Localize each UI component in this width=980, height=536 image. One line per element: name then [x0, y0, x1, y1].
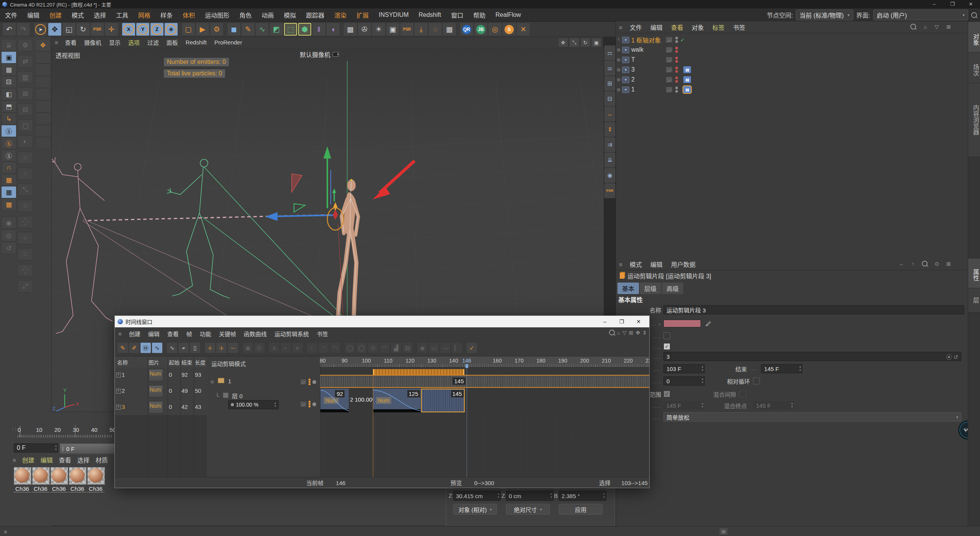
render-settings-icon[interactable]: ⚙ [210, 23, 224, 36]
object-row-3[interactable]: ⊞●3▮▮ [616, 65, 968, 74]
solo-circle[interactable] [312, 402, 316, 406]
palette-icon-c1-4[interactable]: ◧ [1, 88, 16, 100]
menu-item-编辑[interactable]: 编辑 [22, 10, 44, 20]
mat-menu-选择[interactable]: 选择 [74, 455, 93, 464]
layer-weight-field[interactable]: 100.00 %▴▾ [228, 400, 279, 409]
option-checkbox-off[interactable] [663, 332, 670, 339]
menu-item-渲染[interactable]: 渲染 [329, 10, 351, 20]
am-icon-2[interactable] [920, 261, 929, 268]
menu-item-模式[interactable]: 模式 [67, 10, 89, 20]
material-thumb-0[interactable] [14, 467, 31, 485]
menu-item-扩展[interactable]: 扩展 [351, 10, 374, 20]
enable-dots[interactable] [675, 87, 678, 93]
menu-item-窗口[interactable]: 窗口 [446, 10, 468, 20]
lock-z-icon[interactable]: Z [150, 23, 164, 36]
tl-tool-31[interactable]: ◉ [417, 342, 428, 353]
visibility-toggle[interactable] [300, 401, 307, 407]
mat-menu-查看[interactable]: 查看 [56, 455, 74, 464]
tl-menu-icon-5[interactable]: ⇕ [642, 330, 647, 337]
live-selection-icon[interactable]: ➤ [34, 23, 47, 36]
am-icon-3[interactable]: ⊙ [933, 261, 941, 268]
menu-item-工具[interactable]: 工具 [111, 10, 133, 20]
node-icon-0[interactable]: ⚎ [604, 45, 616, 60]
render-view-icon[interactable]: ▢ [181, 23, 195, 36]
mat-menu-编辑[interactable]: 编辑 [38, 455, 56, 464]
node-icon-9[interactable]: PSR [604, 183, 616, 198]
render-picture-icon[interactable]: ▶ [196, 23, 209, 36]
drop-floor-icon[interactable]: ⤓ [414, 23, 428, 36]
motion-folder-row[interactable]: ⊟ 1 [207, 378, 320, 384]
redo-icon[interactable]: ↷ [16, 23, 30, 36]
primitive-cube-icon[interactable]: ◼ [227, 23, 241, 36]
node-icon-2[interactable]: ⊞ [604, 76, 616, 91]
palette-icon-c1-8[interactable]: Ⓢ [1, 137, 16, 149]
menu-item-动画[interactable]: 动画 [256, 10, 279, 20]
tree-expand-icon[interactable]: ⊞ [616, 77, 621, 82]
lock-y-icon[interactable]: Y [136, 23, 150, 36]
slide-icon[interactable]: ‖ [312, 23, 326, 36]
relative-loop-checkbox[interactable] [753, 377, 760, 384]
material-thumb-2[interactable] [51, 467, 68, 485]
viewport-menu-查看[interactable]: 查看 [61, 38, 80, 46]
editor-toggle[interactable] [666, 87, 673, 93]
om-icon-3[interactable]: ⊞ [944, 24, 953, 31]
mat-menu-创建[interactable]: 创建 [19, 455, 38, 464]
visibility-toggle[interactable] [300, 379, 307, 385]
tl-menu-icon-3[interactable]: ⊞ [629, 330, 634, 337]
menu-item-RealFlow[interactable]: RealFlow [490, 11, 526, 18]
menu-item-Redshift[interactable]: Redshift [413, 11, 446, 18]
am-icon-1[interactable]: ↑ [910, 261, 916, 268]
om-icon-0[interactable] [908, 24, 918, 31]
om-menu-标签[interactable]: 标签 [708, 23, 729, 32]
camera-label[interactable]: 默认摄像机 [300, 50, 339, 59]
viewport-corner-icon-0[interactable]: ✥ [558, 38, 568, 47]
palette-icon-circ-0[interactable]: ◉ [1, 217, 16, 229]
expand-icon[interactable]: + [116, 405, 121, 410]
tl-tool-21[interactable]: ◝ [318, 342, 329, 353]
om-menu-编辑[interactable]: 编辑 [646, 23, 667, 32]
color-swatch[interactable] [663, 320, 701, 327]
tl-tool-24[interactable]: ◯ [345, 342, 356, 353]
apply-button[interactable]: 应用 [559, 504, 603, 515]
palette-icon-c1-0[interactable]: ⇊ [1, 39, 16, 51]
enable-dots[interactable] [309, 379, 310, 385]
node-icon-8[interactable]: ◉ [604, 168, 616, 183]
motion-layer-row[interactable]: └ 层 0 100.00 %▴▾ [207, 392, 320, 415]
camera-icon[interactable]: ✇ [358, 23, 371, 36]
palette-icon-c1-2[interactable]: ▩ [1, 64, 16, 76]
ease-dropdown[interactable]: 简单放松▾ [663, 412, 961, 422]
palette-icon-c1-7[interactable]: Ⓢ [1, 125, 16, 137]
tl-tool-29[interactable]: ▤ [402, 342, 413, 353]
snap-icon[interactable]: ◌ [428, 23, 442, 36]
size-dropdown[interactable]: 绝对尺寸▾ [506, 504, 550, 515]
am-tab-层级[interactable]: 层级 [640, 283, 661, 294]
palette-icon-c2-2[interactable]: ▥ [18, 71, 33, 83]
editor-toggle[interactable] [666, 37, 673, 43]
tl-tool-32[interactable]: ▭ [428, 342, 439, 353]
tl-tool-25[interactable]: ◯ [356, 342, 367, 353]
expand-icon[interactable]: + [116, 389, 121, 394]
coord-system-icon[interactable]: ⊕ [164, 23, 178, 36]
node-space-dropdown[interactable]: 当前 (标准/物理)▾ [796, 10, 853, 20]
target-icon[interactable]: ◎ [488, 23, 502, 36]
scale-z-field[interactable]: 0 cm▴▾ [506, 491, 554, 501]
array-icon[interactable]: ▦ [443, 23, 456, 36]
frame-slider[interactable]: ∥0 F [60, 443, 115, 454]
tl-tool-2[interactable]: Ⓜ [140, 342, 151, 353]
palette-icon-circ-2[interactable]: ↺ [1, 242, 16, 254]
tl-tool-6[interactable]: ≁ [178, 342, 189, 353]
tl-menu-书签[interactable]: 书签 [313, 330, 332, 338]
palette-icon-c1-5[interactable]: ⬒ [1, 100, 16, 113]
layout-icon[interactable]: ▤ [719, 528, 728, 535]
tl-menu-icon-1[interactable]: ⌂ [617, 330, 620, 337]
node-icon-7[interactable]: ⇊ [604, 152, 616, 168]
timeline-maximize-button[interactable]: ❐ [613, 316, 630, 327]
palette-icon-c1-11[interactable]: ▦ [1, 174, 16, 186]
editor-toggle[interactable] [666, 47, 673, 53]
expand-icon[interactable]: + [116, 373, 121, 377]
menu-item-帮助[interactable]: 帮助 [468, 10, 490, 20]
tl-tool-20[interactable]: ◜ [307, 342, 318, 353]
om-menu-文件[interactable]: 文件 [626, 23, 646, 32]
editor-toggle[interactable] [666, 77, 673, 83]
rotate-icon[interactable]: ↻ [76, 23, 90, 36]
